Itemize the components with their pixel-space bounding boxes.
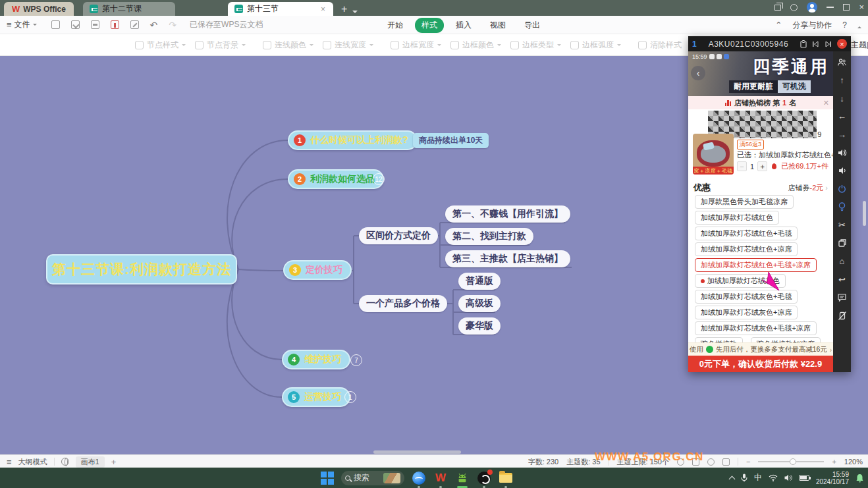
arrow-down-icon[interactable]: ↓ [833, 92, 851, 104]
zoom-out-button[interactable]: − [746, 458, 750, 466]
line-width-button[interactable]: 连线宽度 [323, 40, 373, 51]
sku-option[interactable]: 加绒加厚款灯芯绒灰色+凉席 [695, 306, 798, 319]
node-style-button[interactable]: 节点样式 [135, 40, 186, 51]
edit-icon[interactable] [130, 20, 139, 29]
mindmap-node-price-group[interactable]: 区间价方式定价 [359, 227, 438, 244]
minimize-button[interactable] [827, 7, 834, 8]
border-color-button[interactable]: 边框颜色 [450, 40, 501, 51]
tab-style[interactable]: 样式 [415, 18, 444, 33]
notification-bell-icon[interactable] [855, 474, 864, 483]
arrow-right-icon[interactable]: → [833, 128, 851, 140]
start-button[interactable] [321, 472, 334, 485]
mindmap-branch-1[interactable]: 1 什么时候可以上利润款? [288, 130, 418, 150]
sku-option-selected[interactable]: 加绒加厚款灯芯绒红色+毛毯+凉席 [695, 258, 817, 272]
preview-icon[interactable] [51, 20, 60, 29]
taskbar-app-android[interactable] [455, 471, 470, 485]
taskbar-app-obs[interactable] [477, 471, 491, 485]
mindmap-node-child[interactable]: 商品持续出单10天 [413, 133, 489, 148]
arrow-up-icon[interactable]: ↑ [833, 74, 851, 86]
skip-next-icon[interactable] [825, 41, 832, 47]
mindmap-node-version[interactable]: 高级坂 [458, 295, 501, 312]
tab-insert[interactable]: 插入 [449, 18, 478, 33]
save-icon[interactable] [71, 20, 80, 29]
phone-close-button[interactable]: × [837, 39, 847, 49]
mindmap-node-multi-group[interactable]: 一个产品多个价格 [359, 295, 447, 312]
restore-window-icon[interactable] [774, 5, 781, 11]
outline-mode-button[interactable]: 大纲模式 [18, 457, 47, 467]
mindmap-node-version[interactable]: 豪华版 [458, 317, 501, 335]
pay-later-banner[interactable]: 使用 先用后付，更换多多支付最高减16元 › [688, 342, 833, 356]
vertical-scrollbar[interactable] [863, 201, 866, 226]
scissors-screenshot-icon[interactable]: ✂ [833, 219, 851, 231]
sku-option[interactable]: 加绒加厚款灯芯绒灰色+毛毯+凉席 [695, 321, 817, 335]
volume-down-icon[interactable] [833, 165, 851, 176]
border-type-button[interactable]: 边框类型 [510, 40, 561, 51]
home-icon[interactable]: ⌂ [833, 256, 851, 267]
rotation-lock-icon[interactable] [833, 310, 851, 321]
zoom-slider-knob[interactable] [790, 458, 796, 465]
taskbar-app-wps[interactable]: W [433, 471, 448, 485]
speaker-icon[interactable] [784, 474, 792, 481]
doc-tab-lesson12[interactable]: 第十二节课 [83, 2, 175, 16]
sku-option[interactable]: 加绒加厚款灯芯绒红色+毛毯 [695, 227, 798, 240]
hidden-icons-chevron[interactable] [728, 475, 735, 482]
wifi-icon[interactable] [769, 474, 778, 481]
node-background-button[interactable]: 节点背景 [195, 40, 246, 51]
redo-icon[interactable]: ↷ [169, 20, 176, 30]
border-width-button[interactable]: 边框宽度 [391, 40, 441, 51]
lightbulb-icon[interactable] [833, 201, 851, 213]
print-icon[interactable] [91, 20, 99, 29]
tab-view[interactable]: 视图 [483, 18, 512, 33]
sku-option[interactable]: 加绒加厚款灯芯绒红色 [695, 211, 779, 225]
maximize-button[interactable] [843, 4, 850, 11]
map-overview-icon[interactable] [722, 458, 730, 466]
buy-now-button[interactable]: 0元下单，确认收货后付款 ¥22.9 [688, 356, 833, 372]
phone-screen[interactable]: 15:59 四季通用 耐用更耐脏 可机洗 ‹ 店铺热销榜 第 1 名 ✕ 窝 [688, 51, 833, 372]
close-icon[interactable]: ✕ [823, 99, 829, 107]
add-canvas-button[interactable]: + [111, 457, 117, 467]
mindmap-branch-5[interactable]: 5 运营技巧 [282, 387, 350, 407]
doc-tab-lesson13[interactable]: 第十三节 × [228, 2, 333, 16]
taskbar-search[interactable]: 搜索 [341, 471, 404, 485]
tab-list-caret-icon[interactable] [352, 11, 358, 16]
ime-indicator[interactable]: 中 [754, 472, 762, 483]
back-navigation-icon[interactable]: ↩ [833, 273, 851, 285]
sku-option[interactable]: 加绒加厚款灯芯绒灰色+毛毯 [695, 290, 798, 304]
skip-previous-icon[interactable] [812, 41, 819, 47]
share-collaborate-button[interactable]: 分享与协作 [792, 20, 832, 31]
zoom-slider[interactable] [758, 461, 824, 462]
mindmap-node-version[interactable]: 普通版 [458, 273, 501, 290]
format-painter-icon[interactable] [111, 20, 119, 29]
message-icon[interactable] [833, 292, 851, 304]
horizontal-scrollbar[interactable] [373, 450, 461, 454]
mindmap-branch-4[interactable]: 4 维护技巧 [282, 350, 350, 369]
collapsed-count-badge[interactable]: 12 [373, 173, 385, 185]
taskbar-app-explorer[interactable] [499, 471, 513, 485]
sku-option[interactable]: 加厚款黑色骨头加毛毯凉席 [695, 195, 794, 209]
help-button[interactable]: ? [842, 20, 847, 30]
close-button[interactable]: × [859, 4, 864, 11]
mindmap-node-price-item[interactable]: 第一、不赚钱【用作引流】 [445, 205, 570, 223]
mindmap-branch-3[interactable]: 3 定价技巧 [283, 260, 352, 280]
quantity-plus-button[interactable]: + [757, 161, 767, 171]
collapse-ribbon-icon[interactable] [857, 24, 861, 28]
clear-style-button[interactable]: 清除样式 [638, 40, 682, 51]
collapsed-count-badge[interactable]: 1 [344, 391, 356, 403]
group-control-icon[interactable] [833, 56, 851, 68]
zoom-in-button[interactable]: + [832, 458, 836, 466]
shop-rank-banner[interactable]: 店铺热销榜 第 1 名 ✕ [688, 96, 833, 109]
clock[interactable]: 15:59 2024/10/17 [816, 471, 849, 485]
clipboard-icon[interactable] [800, 40, 807, 48]
user-avatar[interactable] [807, 2, 817, 13]
collapsed-count-badge[interactable]: 7 [350, 354, 362, 366]
globe-icon[interactable] [61, 458, 69, 466]
wps-office-tab[interactable]: W WPS Office [4, 2, 74, 16]
border-radius-button[interactable]: 边框弧度 [570, 40, 621, 51]
product-thumbnail[interactable]: 窝＋凉席＋毛毯 [693, 134, 734, 175]
arrow-left-icon[interactable]: ← [833, 111, 851, 122]
new-tab-button[interactable]: + [341, 3, 347, 16]
mindmap-node-price-item[interactable]: 第三、主推款【店主热销】 [445, 250, 570, 267]
shop-coupon-link[interactable]: 店铺券-2元 › [788, 183, 828, 193]
theme-icon[interactable] [790, 4, 798, 11]
tab-close-icon[interactable]: × [319, 5, 327, 14]
